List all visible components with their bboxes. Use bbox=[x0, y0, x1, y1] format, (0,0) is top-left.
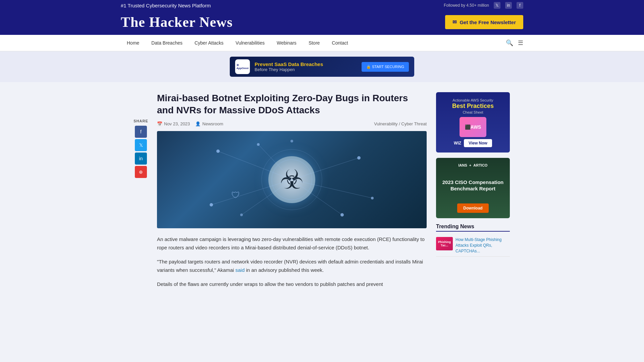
svg-point-7 bbox=[290, 140, 293, 142]
article-title: Mirai-based Botnet Exploiting Zero-Day B… bbox=[157, 92, 427, 117]
ad-highlight: SaaS Data Breaches bbox=[274, 61, 323, 67]
svg-text:🛡: 🛡 bbox=[231, 190, 240, 200]
menu-button[interactable]: ☰ bbox=[518, 39, 523, 47]
nav-links: Home Data Breaches Cyber Attacks Vulnera… bbox=[121, 35, 354, 51]
nav-home[interactable]: Home bbox=[121, 35, 145, 51]
aws-ad-banner[interactable]: Actionable AWS Security Best Practices C… bbox=[436, 92, 510, 153]
author-text: Newsroom bbox=[202, 121, 223, 126]
ad-banner-section: ⚙AppOmni Prevent SaaS Data Breaches Befo… bbox=[0, 51, 644, 82]
svg-line-11 bbox=[292, 180, 372, 198]
download-button[interactable]: Download bbox=[457, 203, 488, 213]
site-title: The Hacker News bbox=[121, 14, 233, 30]
newsletter-icon: ✉ bbox=[452, 19, 457, 25]
ad-headline: Prevent SaaS Data Breaches bbox=[255, 61, 323, 67]
aws-ad-line1: Actionable AWS Security bbox=[452, 98, 493, 102]
network-visualization: 🛡 bbox=[157, 131, 427, 228]
main-container: SHARE f 𝕏 in ⊕ Mirai-based Botnet Exploi… bbox=[121, 82, 523, 304]
aws-ad-title: Actionable AWS Security Best Practices C… bbox=[452, 98, 494, 115]
trending-item-title: How Multi-Stage Phishing Attacks Exploit… bbox=[455, 237, 510, 254]
svg-line-12 bbox=[211, 180, 292, 205]
svg-line-8 bbox=[218, 151, 292, 180]
share-label: SHARE bbox=[133, 119, 148, 123]
ad-cta-button[interactable]: 🔒 START SECURING bbox=[362, 62, 409, 72]
aws-ad-line2: Best Practices bbox=[452, 103, 494, 110]
search-button[interactable]: 🔍 bbox=[506, 39, 513, 47]
article-hero-image: 🛡 ☣ bbox=[157, 131, 427, 228]
appomni-ad[interactable]: ⚙AppOmni Prevent SaaS Data Breaches Befo… bbox=[230, 57, 414, 77]
share-linkedin-button[interactable]: in bbox=[135, 153, 147, 165]
trending-title: Trending News bbox=[436, 224, 510, 232]
trending-item[interactable]: Phishing Tac... How Multi-Stage Phishing… bbox=[436, 234, 510, 257]
newsletter-button[interactable]: ✉ Get the Free Newsletter bbox=[445, 15, 523, 29]
site-header: The Hacker News ✉ Get the Free Newslette… bbox=[0, 11, 644, 35]
share-other-button[interactable]: ⊕ bbox=[135, 166, 147, 178]
aws-ad-image: ⬛AWS bbox=[460, 117, 486, 137]
author-icon: 👤 bbox=[195, 121, 201, 126]
facebook-icon[interactable]: f bbox=[517, 2, 523, 9]
date-text: Nov 23, 2023 bbox=[164, 121, 190, 126]
followers-text: Followed by 4.50+ million bbox=[444, 3, 489, 8]
newsletter-label: Get the Free Newsletter bbox=[460, 19, 516, 25]
twitter-icon[interactable]: 𝕏 bbox=[494, 2, 500, 9]
linkedin-icon[interactable]: in bbox=[505, 2, 512, 9]
svg-line-9 bbox=[258, 144, 292, 180]
ians-logo: IANS bbox=[459, 163, 467, 167]
nav-cyber-attacks[interactable]: Cyber Attacks bbox=[189, 35, 229, 51]
top-bar: #1 Trusted Cybersecurity News Platform F… bbox=[0, 0, 644, 11]
artico-logo: ARTICO bbox=[473, 163, 487, 167]
nav-bar: Home Data Breaches Cyber Attacks Vulnera… bbox=[0, 35, 644, 51]
share-sidebar: SHARE f 𝕏 in ⊕ bbox=[134, 92, 148, 294]
body-paragraph-1: An active malware campaign is leveraging… bbox=[157, 235, 427, 252]
article-tags: Vulnerability / Cyber Threat bbox=[374, 121, 427, 126]
ciso-title: 2023 CISO Compensation Benchmark Report bbox=[441, 179, 504, 192]
svg-line-14 bbox=[292, 180, 342, 215]
article-section: Mirai-based Botnet Exploiting Zero-Day B… bbox=[157, 92, 427, 294]
tagline: #1 Trusted Cybersecurity News Platform bbox=[121, 3, 211, 8]
right-sidebar: Actionable AWS Security Best Practices C… bbox=[436, 92, 510, 294]
ad-text: Prevent SaaS Data Breaches Before They H… bbox=[255, 61, 357, 72]
article-meta: 📅 Nov 23, 2023 👤 Newsroom Vulnerability … bbox=[157, 121, 427, 126]
share-twitter-button[interactable]: 𝕏 bbox=[135, 139, 147, 151]
article-date: 📅 Nov 23, 2023 bbox=[157, 121, 190, 126]
wiz-logo: WIZ bbox=[454, 141, 461, 145]
body-paragraph-2: "The payload targets routers and network… bbox=[157, 257, 427, 275]
aws-ad-line3: Cheat Sheet bbox=[463, 110, 483, 114]
ciso-ad-banner[interactable]: IANS + ARTICO 2023 CISO Compensation Ben… bbox=[436, 158, 510, 218]
ad-subheadline: Before They Happen bbox=[255, 67, 357, 72]
appomni-logo: ⚙AppOmni bbox=[235, 59, 250, 74]
nav-webinars[interactable]: Webinars bbox=[271, 35, 303, 51]
aws-ad-footer: WIZ View Now bbox=[454, 139, 492, 147]
ciso-logos: IANS + ARTICO bbox=[459, 163, 488, 167]
article-body: An active malware campaign is leveraging… bbox=[157, 235, 427, 289]
said-link[interactable]: said bbox=[235, 267, 245, 273]
nav-contact[interactable]: Contact bbox=[326, 35, 354, 51]
share-facebook-button[interactable]: f bbox=[135, 126, 147, 138]
trending-news-section: Trending News Phishing Tac... How Multi-… bbox=[436, 224, 510, 257]
view-now-button[interactable]: View Now bbox=[464, 139, 492, 147]
trending-thumb: Phishing Tac... bbox=[436, 237, 453, 250]
nav-store[interactable]: Store bbox=[303, 35, 326, 51]
nav-data-breaches[interactable]: Data Breaches bbox=[145, 35, 189, 51]
nav-vulnerabilities[interactable]: Vulnerabilities bbox=[229, 35, 271, 51]
calendar-icon: 📅 bbox=[157, 121, 162, 126]
svg-line-10 bbox=[292, 158, 359, 180]
article-author: 👤 Newsroom bbox=[195, 121, 223, 126]
body-paragraph-3: Details of the flaws are currently under… bbox=[157, 280, 427, 289]
svg-line-13 bbox=[241, 180, 292, 215]
